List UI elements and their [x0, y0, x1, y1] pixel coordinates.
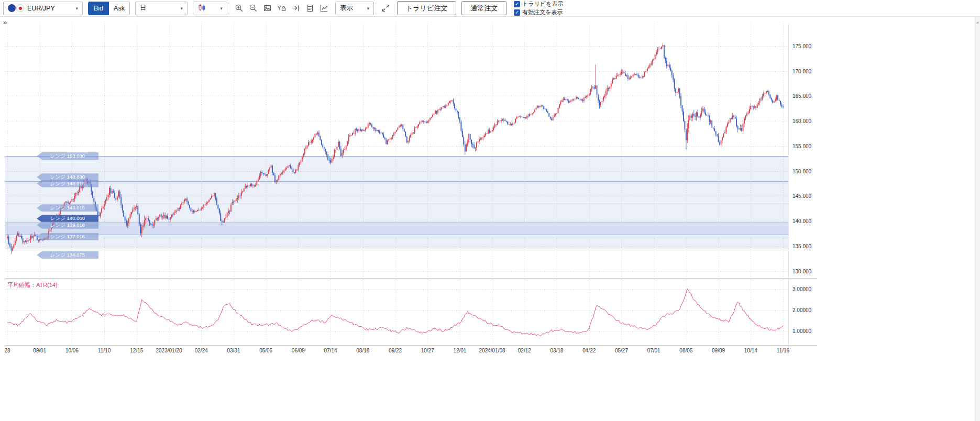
date-tick-label: 10/27 [421, 348, 434, 353]
date-tick-label: 2024/01/08 [479, 348, 505, 353]
range-flag[interactable]: レンジ 143.016 [37, 204, 98, 212]
range-flag[interactable]: レンジ 139.018 [37, 221, 98, 229]
date-tick-label: 11/10 [98, 348, 111, 353]
date-tick-label: 08/05 [679, 348, 692, 353]
date-tick-label: 10/06 [65, 348, 79, 353]
price-tick-label: 135.000 [792, 243, 811, 249]
display-value: 表示 [340, 4, 353, 13]
date-tick-label: 2023/01/20 [156, 348, 182, 353]
checkbox-checked-icon: ✓ [514, 1, 520, 7]
expand-right-panel-icon[interactable]: « [976, 20, 978, 25]
date-tick-label: 03/31 [227, 348, 240, 353]
eu-flag-icon [8, 4, 16, 12]
go-to-latest-icon[interactable] [289, 2, 302, 15]
range-flag[interactable]: レンジ 153.000 [37, 152, 98, 160]
range-flag[interactable]: レンジ 140.000 [37, 215, 98, 222]
display-select[interactable]: 表示 ▾ [335, 2, 374, 15]
date-tick-label: 09/01 [33, 348, 46, 353]
price-tick-label: 140.000 [792, 218, 811, 224]
price-tick-label: 160.000 [792, 118, 811, 124]
date-tick-label: 06/09 [292, 348, 305, 353]
bid-ask-toggle: Bid Ask [88, 2, 130, 15]
timeframe-select[interactable]: 日 ▾ [135, 2, 188, 15]
range-flag[interactable]: レンジ 137.016 [37, 233, 98, 240]
atr-tick-label: 3.00000 [792, 286, 811, 292]
zoom-out-icon[interactable] [247, 2, 259, 15]
atr-tick-label: 2.00000 [792, 307, 811, 313]
price-tick-label: 175.000 [792, 43, 811, 49]
date-tick-label: 11/16 [777, 348, 789, 353]
toraripi-order-button[interactable]: トラリピ注文 [397, 1, 456, 15]
jp-flag-icon [16, 4, 24, 12]
date-tick-label: 07/01 [647, 348, 660, 353]
date-tick-label: 05/05 [259, 348, 272, 353]
fx-chart-app: EUR/JPY ▾ Bid Ask 日 ▾ ▾ [0, 0, 980, 421]
atr-tick-label: 1.00000 [792, 328, 811, 334]
date-tick-label: 09/09 [712, 348, 725, 353]
chart-tools: Y [233, 2, 330, 15]
expand-icon[interactable] [379, 2, 392, 15]
chart-region: » レンジ 153.000レンジ 148.800レンジ 148.016レンジ 1… [0, 17, 980, 421]
atr-indicator-label: 平均値幅：ATR(14) [7, 281, 58, 289]
candlestick-icon [197, 4, 207, 13]
show-toraripi-checkbox[interactable]: ✓ トラリピを表示 [514, 0, 563, 8]
panel-separator[interactable] [5, 278, 817, 279]
price-tick-label: 170.000 [792, 69, 811, 74]
right-panel-strip: « [975, 17, 980, 421]
range-flag[interactable]: レンジ 134.075 [37, 251, 98, 259]
show-active-orders-checkbox[interactable]: ✓ 有効注文を表示 [514, 8, 563, 16]
price-tick-label: 155.000 [792, 143, 811, 149]
date-tick-label: 10/14 [744, 348, 757, 353]
pair-label: EUR/JPY [27, 5, 55, 12]
price-tick-label: 145.000 [792, 193, 811, 199]
range-flag[interactable]: レンジ 148.800 [37, 173, 98, 181]
price-tick-label: 150.000 [792, 169, 811, 174]
chart-type-select[interactable]: ▾ [193, 2, 227, 15]
chart-toolbar: EUR/JPY ▾ Bid Ask 日 ▾ ▾ [0, 0, 980, 17]
date-tick-label: 12/15 [130, 348, 143, 353]
date-tick-label: 09/22 [389, 348, 402, 353]
timeframe-value: 日 [140, 4, 147, 13]
zoom-in-icon[interactable] [233, 2, 245, 15]
date-tick-label: 02/12 [518, 348, 531, 353]
chevron-down-icon: ▾ [75, 6, 78, 11]
date-tick-label: 12/01 [453, 348, 466, 353]
price-tick-label: 165.000 [792, 93, 811, 99]
range-flag[interactable]: レンジ 148.016 [37, 180, 98, 187]
chevron-down-icon: ▾ [220, 6, 223, 11]
price-tick-label: 130.000 [792, 269, 811, 274]
axis-separator [788, 24, 789, 355]
date-tick-label: 04/22 [582, 348, 596, 353]
indicator-icon[interactable] [317, 2, 330, 15]
order-list-icon[interactable] [303, 2, 316, 15]
atr-chart-canvas[interactable] [5, 279, 788, 345]
y-axis-lock-icon[interactable]: Y [275, 2, 288, 15]
pair-selector[interactable]: EUR/JPY ▾ [3, 2, 83, 15]
svg-text:Y: Y [277, 5, 281, 11]
checkbox-label: トラリピを表示 [522, 0, 563, 8]
panel-separator [5, 345, 817, 346]
date-tick-label: 28 [4, 348, 10, 353]
checkbox-label: 有効注文を表示 [522, 8, 563, 16]
chevron-down-icon: ▾ [180, 6, 183, 11]
price-chart-canvas[interactable] [5, 24, 788, 278]
bid-button[interactable]: Bid [88, 2, 109, 15]
chevron-down-icon: ▾ [367, 6, 369, 11]
date-tick-label: 05/27 [615, 348, 628, 353]
date-tick-label: 02/24 [195, 348, 208, 353]
date-tick-label: 08/18 [356, 348, 369, 353]
display-checkboxes: ✓ トラリピを表示 ✓ 有効注文を表示 [514, 0, 563, 16]
ask-button[interactable]: Ask [109, 2, 130, 15]
date-tick-label: 03/18 [550, 348, 564, 353]
checkbox-checked-icon: ✓ [514, 9, 520, 16]
date-tick-label: 07/14 [324, 348, 337, 353]
normal-order-button[interactable]: 通常注文 [461, 1, 506, 15]
capture-icon[interactable] [261, 2, 273, 15]
